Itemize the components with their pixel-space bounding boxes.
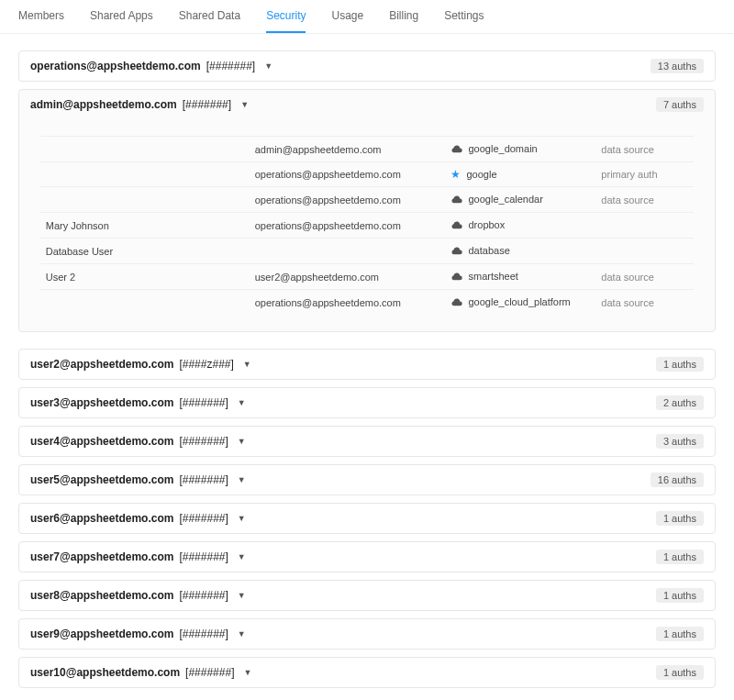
auth-type xyxy=(595,239,694,264)
user-row[interactable]: operations@appsheetdemo.com [#######] ▼ … xyxy=(18,50,716,82)
cloud-icon xyxy=(450,144,462,153)
user-email: user4@appsheetdemo.com xyxy=(30,435,173,448)
user-email: user10@appsheetdemo.com xyxy=(30,666,180,679)
auth-table: admin@appsheetdemo.com google_domain dat… xyxy=(40,136,695,315)
auth-name xyxy=(40,187,250,213)
user-row[interactable]: user6@appsheetdemo.com [#######] ▼ 1 aut… xyxy=(18,503,716,534)
auth-provider: database xyxy=(450,245,509,256)
user-email: user7@appsheetdemo.com xyxy=(30,550,173,563)
user-row[interactable]: user9@appsheetdemo.com [#######] ▼ 1 aut… xyxy=(18,618,716,650)
auth-count-badge: 1 auths xyxy=(656,665,704,680)
user-row[interactable]: user7@appsheetdemo.com [#######] ▼ 1 aut… xyxy=(18,541,716,572)
auth-count-badge: 13 auths xyxy=(651,59,704,73)
tab-usage[interactable]: Usage xyxy=(331,9,363,33)
user-email: user9@appsheetdemo.com xyxy=(30,628,173,640)
auth-provider: smartsheet xyxy=(450,271,517,282)
user-id-mask: [#######] xyxy=(179,550,228,563)
user-header: user4@appsheetdemo.com [#######] ▼ xyxy=(30,435,246,448)
cloud-icon xyxy=(450,194,462,204)
user-row[interactable]: user4@appsheetdemo.com [#######] ▼ 3 aut… xyxy=(18,426,716,457)
table-row[interactable]: Database User database xyxy=(40,239,695,264)
user-email: admin@appsheetdemo.com xyxy=(30,98,177,111)
auth-type: data source xyxy=(595,187,694,213)
chevron-down-icon: ▼ xyxy=(264,61,272,71)
cloud-icon xyxy=(450,297,462,306)
user-header: user8@appsheetdemo.com [#######] ▼ xyxy=(30,589,246,602)
auth-type: data source xyxy=(595,290,694,316)
user-email: user6@appsheetdemo.com xyxy=(30,512,173,525)
auth-count-badge: 1 auths xyxy=(656,550,704,564)
tab-billing[interactable]: Billing xyxy=(389,9,418,33)
tab-settings[interactable]: Settings xyxy=(444,9,484,33)
chevron-down-icon: ▼ xyxy=(238,514,246,523)
cloud-icon xyxy=(450,220,462,229)
user-id-mask: [#######] xyxy=(185,666,234,679)
table-row[interactable]: operations@appsheetdemo.com google_calen… xyxy=(40,187,695,213)
auth-count-badge: 3 auths xyxy=(656,434,704,449)
user-header: operations@appsheetdemo.com [#######] ▼ xyxy=(30,60,272,72)
auth-count-badge: 1 auths xyxy=(656,588,704,603)
auth-type: primary auth xyxy=(595,162,694,187)
table-row[interactable]: operations@appsheetdemo.com ★google prim… xyxy=(40,162,695,187)
user-list: operations@appsheetdemo.com [#######] ▼ … xyxy=(0,34,734,700)
user-header: user7@appsheetdemo.com [#######] ▼ xyxy=(30,550,246,563)
star-icon: ★ xyxy=(450,169,461,180)
user-id-mask: [#######] xyxy=(179,396,228,409)
auth-count-badge: 2 auths xyxy=(656,395,704,410)
auth-count-badge: 1 auths xyxy=(656,511,704,526)
auth-account: operations@appsheetdemo.com xyxy=(250,213,446,239)
auth-provider: google_domain xyxy=(450,143,537,154)
user-row[interactable]: user2@appsheetdemo.com [####z###] ▼ 1 au… xyxy=(18,349,716,380)
chevron-down-icon: ▼ xyxy=(240,100,249,109)
auth-account: user2@appsheetdemo.com xyxy=(250,264,446,290)
chevron-down-icon: ▼ xyxy=(238,475,246,484)
auth-name xyxy=(40,137,250,162)
auth-provider: google_cloud_platform xyxy=(450,296,570,307)
auth-name xyxy=(40,162,250,187)
user-row[interactable]: user5@appsheetdemo.com [#######] ▼ 16 au… xyxy=(18,464,716,495)
user-id-mask: [#######] xyxy=(179,512,228,525)
cloud-icon xyxy=(450,272,462,281)
auth-provider: dropbox xyxy=(450,219,505,230)
tab-security[interactable]: Security xyxy=(266,9,306,33)
auth-name xyxy=(40,290,250,316)
user-row[interactable]: user3@appsheetdemo.com [#######] ▼ 2 aut… xyxy=(18,387,716,418)
user-id-mask: [#######] xyxy=(206,60,255,72)
auth-account: operations@appsheetdemo.com xyxy=(250,162,446,187)
tab-shared-apps[interactable]: Shared Apps xyxy=(90,9,153,33)
chevron-down-icon: ▼ xyxy=(238,398,246,407)
chevron-down-icon: ▼ xyxy=(238,629,246,639)
table-row[interactable]: admin@appsheetdemo.com google_domain dat… xyxy=(40,137,695,162)
user-row[interactable]: admin@appsheetdemo.com [#######] ▼ 7 aut… xyxy=(19,90,715,119)
tab-shared-data[interactable]: Shared Data xyxy=(179,9,240,33)
auth-name: Mary Johnson xyxy=(40,213,250,239)
user-id-mask: [####z###] xyxy=(179,358,233,371)
chevron-down-icon: ▼ xyxy=(243,360,251,369)
user-header: user2@appsheetdemo.com [####z###] ▼ xyxy=(30,358,251,371)
cloud-icon xyxy=(450,246,462,255)
user-email: user8@appsheetdemo.com xyxy=(30,589,173,602)
user-id-mask: [#######] xyxy=(179,628,228,640)
user-email: user5@appsheetdemo.com xyxy=(30,473,173,486)
table-row[interactable]: User 2 user2@appsheetdemo.com smartsheet… xyxy=(40,264,695,290)
chevron-down-icon: ▼ xyxy=(243,668,251,677)
auth-provider: google_calendar xyxy=(450,194,542,205)
table-row[interactable]: operations@appsheetdemo.com google_cloud… xyxy=(40,290,695,316)
user-id-mask: [#######] xyxy=(179,589,228,602)
user-header: user9@appsheetdemo.com [#######] ▼ xyxy=(30,628,246,640)
user-id-mask: [#######] xyxy=(183,98,231,111)
tab-members[interactable]: Members xyxy=(18,9,64,33)
auth-type xyxy=(595,213,694,239)
auth-count-badge: 1 auths xyxy=(656,627,704,641)
auth-type: data source xyxy=(595,137,694,162)
user-email: user2@appsheetdemo.com xyxy=(30,358,173,371)
auth-count-badge: 16 auths xyxy=(651,472,704,487)
chevron-down-icon: ▼ xyxy=(238,591,246,600)
table-row[interactable]: Mary Johnson operations@appsheetdemo.com… xyxy=(40,213,695,239)
auth-name: Database User xyxy=(40,239,250,264)
auth-count-badge: 1 auths xyxy=(656,357,704,372)
user-row[interactable]: user8@appsheetdemo.com [#######] ▼ 1 aut… xyxy=(18,580,716,611)
user-email: operations@appsheetdemo.com xyxy=(30,60,201,72)
user-row[interactable]: user10@appsheetdemo.com [#######] ▼ 1 au… xyxy=(18,657,716,688)
auth-provider: ★google xyxy=(450,169,496,180)
